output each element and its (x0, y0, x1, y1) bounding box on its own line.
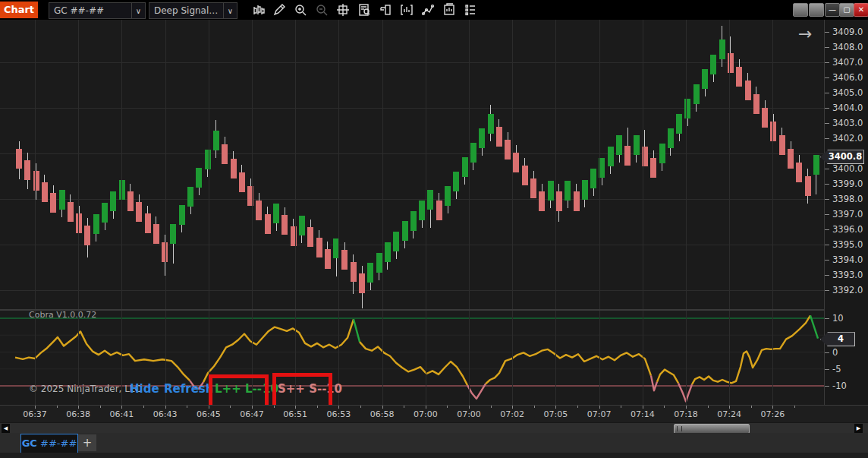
gridline-vertical (686, 20, 687, 405)
indicator-panel-icon[interactable] (396, 1, 417, 19)
price-axis-label: 3402.0 (832, 133, 863, 144)
renko-up-brick (205, 150, 211, 169)
indicator-axis-label: 10 (832, 313, 844, 324)
renko-down-brick (16, 149, 22, 169)
add-tab-button[interactable]: + (78, 434, 96, 451)
price-axis-tick (825, 138, 829, 139)
horizontal-scrollbar[interactable]: ◀ ▶ (0, 422, 868, 434)
time-axis-minor-tick (187, 406, 187, 408)
renko-down-brick (574, 191, 580, 211)
crosshair-icon[interactable] (332, 1, 354, 19)
time-axis-tick (555, 406, 556, 409)
renko-up-brick (367, 263, 373, 283)
gridline-horizontal (0, 108, 824, 109)
renko-up-brick (668, 128, 674, 148)
time-axis-minor-tick (230, 406, 231, 408)
chart-window: Chart GC ##-## ∨ Deep Signal Ren... ∨ — … (0, 0, 868, 458)
time-axis[interactable]: 06:3706:3806:4106:4306:4506:4706:5106:53… (0, 405, 868, 423)
tab-gc-contract[interactable]: GC ##-## (20, 434, 78, 453)
price-axis-label: 3400.0 (832, 163, 863, 174)
tab-contract: ##-## (37, 437, 77, 449)
hide-button[interactable]: Hide (130, 382, 159, 396)
renko-down-brick (222, 144, 228, 164)
oscillator-line-segment (354, 319, 360, 342)
chevron-down-icon[interactable]: ∨ (131, 3, 145, 18)
gridline-vertical (426, 20, 426, 405)
draw-pencil-icon[interactable] (269, 1, 290, 19)
renko-up-brick (590, 169, 596, 188)
price-axis-tick (825, 199, 829, 200)
time-axis-tick (643, 406, 643, 409)
tab-instrument: GC (22, 437, 37, 449)
time-axis-label: 07:07 (587, 409, 612, 419)
time-axis-minor-tick (621, 406, 621, 408)
gridline-vertical (599, 20, 600, 405)
price-axis-label: 3403.0 (832, 118, 863, 128)
time-axis-label: 06:45 (197, 409, 221, 419)
period-selector[interactable]: Deep Signal Ren... ∨ (149, 2, 237, 19)
scrollbar-grip[interactable] (677, 426, 682, 431)
indicator-axis-label: -5 (832, 364, 841, 374)
renko-down-brick (496, 127, 502, 147)
gridline-horizontal (0, 290, 824, 291)
last-price-marker: 3400.8 (820, 150, 864, 164)
drawing-line-icon[interactable] (417, 1, 439, 19)
oscillator-line-segment (657, 370, 678, 384)
properties-list-icon[interactable] (460, 1, 481, 19)
chart-canvas[interactable] (0, 20, 824, 405)
instrument-link-button[interactable] (793, 3, 808, 17)
renko-up-brick (462, 157, 468, 177)
renko-down-brick (33, 171, 39, 191)
renko-down-brick (796, 163, 802, 182)
title-bar: Chart GC ##-## ∨ Deep Signal Ren... ∨ — … (0, 0, 868, 21)
data-box-icon[interactable] (354, 1, 375, 19)
minimize-button[interactable]: — (825, 3, 840, 17)
instrument-selector-value: GC ##-## (49, 5, 131, 16)
renko-down-brick (341, 250, 348, 270)
chart-trader-icon[interactable] (375, 1, 396, 19)
renko-down-brick (745, 81, 751, 100)
renko-down-brick (84, 226, 90, 245)
time-axis-tick (338, 406, 339, 409)
renko-down-brick (24, 160, 30, 180)
oscillator-line-segment (360, 342, 467, 385)
zoom-in-icon[interactable] (290, 1, 311, 19)
strategy-icon[interactable] (439, 1, 460, 19)
price-axis[interactable]: 3409.03408.03407.03406.03405.03404.03403… (824, 20, 868, 405)
renko-down-brick (153, 224, 159, 244)
renko-down-brick (522, 166, 528, 185)
refresh-button[interactable]: Refresh (164, 382, 213, 396)
chevron-down-icon[interactable]: ∨ (223, 3, 237, 18)
maximize-button[interactable]: ▢ (839, 3, 854, 17)
instrument-selector[interactable]: GC ##-## ∨ (49, 2, 146, 19)
renko-up-brick (710, 55, 716, 74)
price-axis-label: 3393.0 (832, 270, 863, 280)
gridline-vertical (165, 20, 166, 405)
indicator-axis-tick (825, 369, 829, 370)
candlestick-style-icon[interactable] (247, 1, 269, 19)
renko-up-brick (427, 190, 433, 210)
time-axis-label: 06:53 (327, 409, 351, 419)
time-axis-tick (729, 406, 730, 409)
indicator-value-marker: 4 (820, 332, 855, 346)
zoom-out-icon[interactable] (311, 1, 332, 19)
price-axis-tick (825, 260, 829, 261)
renko-up-brick (376, 253, 382, 273)
time-axis-tick (252, 406, 253, 409)
price-axis-label: 3396.0 (832, 224, 863, 235)
window-type-label: Chart (0, 2, 38, 18)
time-axis-tick (772, 406, 773, 409)
scroll-right-icon[interactable]: ▶ (854, 424, 863, 433)
renko-up-brick (187, 187, 193, 207)
panel-splitter[interactable] (0, 309, 868, 311)
indicator-axis-tick (825, 352, 829, 353)
time-axis-tick (686, 406, 687, 409)
renko-up-brick (693, 84, 700, 104)
interval-link-button[interactable] (809, 3, 824, 17)
goto-last-bar-icon[interactable]: → (798, 24, 812, 43)
renko-down-brick (753, 94, 760, 114)
price-panel[interactable] (0, 20, 824, 309)
scroll-left-icon[interactable]: ◀ (2, 424, 10, 433)
time-axis-minor-tick (57, 406, 58, 408)
close-button[interactable]: ✕ (854, 3, 868, 17)
